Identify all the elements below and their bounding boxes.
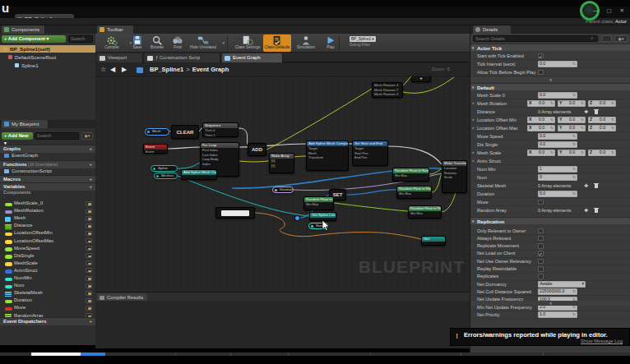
breadcrumb-root[interactable]: BP_Spline1 [150, 66, 183, 73]
browse-button[interactable]: Browse [147, 35, 167, 52]
graph-node[interactable]: Mesh Rotation XMesh Rotation YMesh Rotat… [372, 82, 403, 98]
variable-row-movespeed[interactable]: MoveSpeed [0, 245, 95, 252]
debug-target-dropdown[interactable]: BP_Spline1 ▾ [350, 36, 376, 42]
value-field[interactable]: 0↻ [538, 174, 577, 181]
spinbox-icon[interactable]: ↻ [550, 100, 554, 107]
error-toast[interactable]: ! Errors/warnings reported while playing… [450, 328, 630, 346]
dropdown-arrow-icon[interactable]: ▾ [581, 281, 584, 288]
variable-row-distance[interactable]: Distance [0, 222, 95, 229]
graph-node[interactable]: Make Array[0][1] [269, 153, 294, 173]
value-field[interactable]: Awake▾ [538, 281, 586, 288]
components-panel-tab[interactable]: Components [2, 25, 44, 34]
value-field[interactable]: Y0.0↻ [558, 100, 586, 107]
expand-arrow-icon[interactable]: ▸ [473, 126, 475, 130]
variable-visibility-eye-icon[interactable] [86, 209, 92, 214]
spinbox-icon[interactable]: ↻ [611, 100, 614, 107]
checkbox[interactable] [538, 243, 544, 249]
graph-node[interactable] [215, 207, 255, 219]
spinbox-icon[interactable]: ↻ [611, 150, 614, 156]
spinbox-icon[interactable]: ↻ [572, 141, 576, 148]
variable-visibility-eye-icon[interactable] [86, 260, 92, 265]
value-field[interactable]: Z0.0↻ [588, 125, 616, 131]
spinbox-icon[interactable]: ↻ [572, 133, 576, 140]
compile-button[interactable]: Compile▾ [97, 35, 127, 52]
graph-node[interactable]: Random Float in RangeMin Max [408, 205, 442, 219]
variable-visibility-eye-icon[interactable] [86, 223, 92, 228]
spinbox-icon[interactable]: ↻ [550, 125, 554, 131]
forward-icon[interactable]: ▶ [122, 65, 127, 75]
value-field[interactable]: 0.0↻ [538, 61, 577, 67]
spinbox-icon[interactable]: ↻ [572, 166, 576, 173]
component-tree-row[interactable]: BP_Spline1(self) [0, 45, 95, 53]
checkbox[interactable] [538, 274, 544, 279]
details-panel-tab[interactable]: Details [473, 25, 511, 34]
window-controls[interactable]: — ▢ ✕ [593, 7, 628, 14]
graph-node[interactable]: SequenceThen 0Then 1 [202, 122, 239, 137]
value-field[interactable]: X0.0↻ [527, 150, 555, 156]
spinbox-icon[interactable]: ↻ [611, 125, 614, 131]
spinbox-icon[interactable]: ↻ [581, 117, 584, 123]
variable-row-animstruct[interactable]: AnimStruct [0, 267, 95, 274]
variable-visibility-eye-icon[interactable] [86, 201, 92, 206]
save-button[interactable]: Save [128, 35, 146, 52]
value-field[interactable]: Y0.0↻ [558, 150, 586, 156]
variable-visibility-eye-icon[interactable] [86, 216, 92, 221]
spinbox-icon[interactable]: ↻ [550, 117, 554, 123]
variable-row-meshrotation[interactable]: MeshRotation [0, 207, 95, 214]
simulation-button[interactable]: Simulation [294, 35, 317, 52]
checkbox[interactable] [538, 70, 544, 76]
graph-node[interactable]: Spline [151, 165, 178, 172]
tab--construction-scrip[interactable]: ƒ Construction Scrip [145, 53, 220, 62]
expand-arrow-icon[interactable]: ▸ [473, 101, 475, 105]
checkbox[interactable] [538, 236, 544, 242]
variable-visibility-eye-icon[interactable] [86, 306, 92, 311]
class-settings-button[interactable]: Class Settings [234, 35, 262, 52]
graph-node[interactable]: ADD [248, 143, 266, 156]
checkbox[interactable]: ✓ [538, 251, 544, 256]
value-field[interactable]: Z0.0↻ [588, 150, 616, 156]
visibility-filter-button[interactable]: ◉▾ [81, 132, 93, 140]
variable-visibility-eye-icon[interactable] [86, 298, 92, 303]
value-field[interactable]: 0.0↻ [538, 141, 577, 148]
toolbar-panel-tab[interactable]: Toolbar [97, 25, 133, 34]
value-field[interactable]: 0.0↻ [538, 92, 577, 99]
trash-icon[interactable] [594, 207, 599, 214]
variable-row-nummin[interactable]: NumMin [0, 274, 95, 282]
property-matrix-icon[interactable] [602, 35, 612, 42]
component-tree-row[interactable]: DefaultSceneRoot [0, 53, 95, 61]
spinbox-icon[interactable]: ↻ [581, 150, 584, 156]
graph-node[interactable]: Get [421, 236, 446, 246]
graph-node[interactable]: Random Float in RangeMin Max [396, 186, 432, 199]
add-variables-button[interactable]: + [89, 183, 92, 191]
spinbox-icon[interactable]: ↻ [550, 150, 554, 156]
my-blueprint-search-input[interactable]: Search [35, 132, 79, 140]
value-field[interactable]: Y0.0↻ [558, 125, 586, 131]
value-field[interactable]: Y0.0↻ [558, 117, 586, 123]
variable-visibility-eye-icon[interactable] [86, 246, 92, 251]
variable-visibility-eye-icon[interactable] [86, 291, 92, 296]
spinbox-icon[interactable]: ↻ [572, 288, 576, 295]
spinbox-icon[interactable]: ↻ [572, 174, 576, 181]
component-tree-row[interactable]: Spline1 [0, 62, 95, 69]
details-search-input[interactable]: Search Details [473, 35, 598, 42]
value-field[interactable]: Z0.0↻ [588, 100, 616, 107]
spinbox-icon[interactable]: ↻ [581, 125, 584, 131]
add-component-button[interactable]: + Add Component ▾ [2, 35, 66, 43]
show-message-log-link[interactable]: Show Message Log [581, 339, 623, 343]
value-field[interactable]: X0.0↻ [527, 125, 555, 131]
variable-visibility-eye-icon[interactable] [86, 283, 92, 288]
graph-node[interactable]: Make TransformLocationRotationScale [442, 160, 467, 193]
graph-node[interactable]: Random Float in RangeMin Max [392, 168, 429, 182]
variable-row-meshscale[interactable]: MeshScale [0, 260, 95, 267]
event-graph-canvas[interactable]: BLUEPRINT MeshCLEAREventEventSequenceThe… [95, 63, 470, 292]
checkbox[interactable] [538, 200, 544, 205]
back-icon[interactable]: ◀ [110, 65, 115, 75]
graph-node[interactable]: EventEvent [143, 144, 168, 154]
checkbox[interactable] [538, 259, 544, 265]
variable-visibility-eye-icon[interactable] [86, 231, 92, 236]
add-graphs-button[interactable]: + [89, 145, 92, 153]
add-array-element-icon[interactable]: ✚ [584, 182, 588, 188]
display-filter-eye-icon[interactable]: ◉▾ [614, 35, 628, 42]
graph-node[interactable]: CLEAR [171, 125, 199, 139]
list-item-constructionscript[interactable]: ConstructionScript [12, 168, 52, 175]
